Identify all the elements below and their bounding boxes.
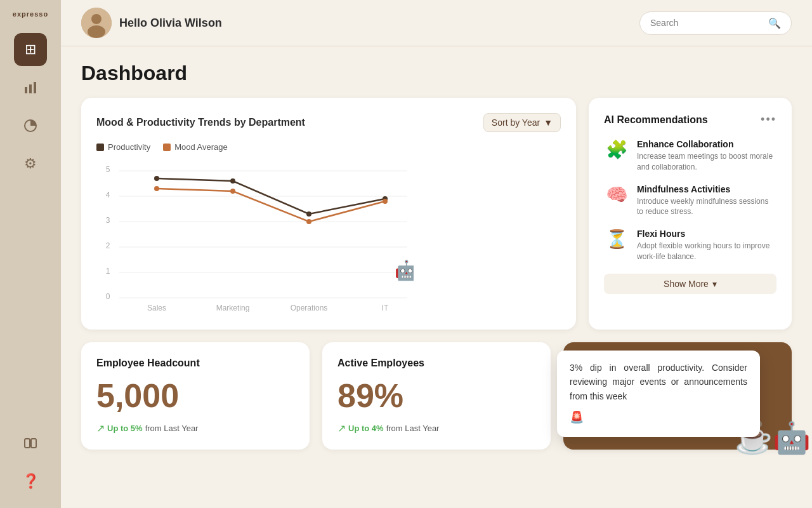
svg-text:IT: IT: [382, 304, 389, 312]
show-more-label: Show More: [664, 279, 709, 289]
svg-text:4: 4: [106, 190, 110, 199]
svg-text:0: 0: [106, 292, 110, 301]
chart-title: Mood & Productivity Trends by Department: [96, 117, 305, 128]
rec-desc-flexi: Adopt flexible working hours to improve …: [637, 241, 776, 262]
ai-card-title: AI Recommendations: [604, 114, 708, 126]
rec-title-flexi: Flexi Hours: [637, 229, 776, 239]
legend-dot-mood: [163, 144, 171, 151]
search-icon: 🔍: [768, 17, 781, 29]
rec-item-flexi: ⏳ Flexi Hours Adopt flexible working hou…: [604, 229, 776, 262]
sidebar-item-piechart[interactable]: [14, 109, 47, 142]
svg-text:5: 5: [106, 165, 110, 174]
svg-point-7: [91, 14, 102, 24]
svg-point-29: [154, 186, 159, 191]
svg-rect-0: [25, 87, 27, 93]
active-up-arrow-icon: ↗: [337, 422, 346, 434]
flexi-icon: ⏳: [604, 229, 629, 250]
svg-rect-1: [29, 84, 32, 93]
search-box[interactable]: 🔍: [639, 11, 792, 35]
svg-text:Operations: Operations: [291, 304, 328, 312]
rec-item-collaboration: 🧩 Enhance Collaboration Increase team me…: [604, 139, 776, 173]
svg-rect-4: [25, 439, 30, 448]
rec-desc-collaboration: Increase team meetings to boost morale a…: [637, 151, 776, 173]
svg-rect-2: [34, 82, 36, 93]
alarm-icon: 🚨: [570, 408, 747, 427]
legend-dot-productivity: [96, 144, 104, 151]
svg-point-25: [154, 176, 159, 181]
sort-label: Sort by Year: [492, 117, 540, 128]
header-greeting: Hello Olivia Wilson: [119, 17, 222, 30]
legend-item-productivity: Productivity: [96, 142, 150, 152]
main-content: Hello Olivia Wilson 🔍 Dashboard Mood & P…: [61, 0, 812, 508]
sidebar-item-barchart[interactable]: [14, 71, 47, 104]
headcount-change-suffix: from Last Year: [145, 424, 199, 433]
headcount-change: ↗ Up to 5% from Last Year: [96, 422, 294, 434]
svg-point-31: [306, 219, 311, 224]
svg-point-27: [306, 211, 311, 217]
more-options-button[interactable]: •••: [761, 113, 776, 126]
mindfulness-icon: 🧠: [604, 184, 629, 205]
chart-header: Mood & Productivity Trends by Department…: [96, 113, 561, 132]
search-input[interactable]: [650, 18, 763, 28]
svg-point-30: [230, 189, 235, 194]
headcount-up-arrow-icon: ↗: [96, 422, 105, 434]
headcount-change-highlight: Up to 5%: [107, 424, 143, 433]
rec-title-collaboration: Enhance Collaboration: [637, 139, 776, 149]
svg-text:Sales: Sales: [147, 304, 166, 312]
sidebar-item-help[interactable]: ❓: [14, 465, 47, 498]
svg-point-26: [230, 178, 235, 184]
show-more-chevron-icon: ▾: [712, 279, 717, 289]
tooltip-popup: 3% dip in overall productivity. Consider…: [557, 351, 760, 437]
header-user: Hello Olivia Wilson: [81, 8, 639, 38]
line-chart-svg: 5 4 3 2 1 0 Sales Marketing: [96, 159, 414, 312]
sidebar: expresso ⊞ ⚙ ❓: [0, 0, 61, 508]
org-rating-card: Organization Rating 3% dip in overall pr…: [563, 342, 792, 450]
chart-legend: Productivity Mood Average: [96, 142, 561, 152]
active-label: Active Employees: [337, 358, 535, 369]
avatar: [81, 8, 112, 38]
app-logo: expresso: [13, 10, 48, 18]
top-cards-row: Mood & Productivity Trends by Department…: [81, 98, 792, 330]
rec-item-mindfulness: 🧠 Mindfulness Activities Introduce weekl…: [604, 184, 776, 218]
svg-text:Marketing: Marketing: [216, 304, 250, 312]
legend-label-mood: Mood Average: [174, 142, 228, 152]
page-title: Dashboard: [81, 62, 792, 85]
header: Hello Olivia Wilson 🔍: [61, 0, 812, 46]
sidebar-item-cards[interactable]: [14, 427, 47, 460]
sort-chevron-icon: ▼: [544, 117, 553, 128]
active-change: ↗ Up to 4% from Last Year: [337, 422, 535, 434]
chart-card: Mood & Productivity Trends by Department…: [81, 98, 576, 330]
ai-card-header: AI Recommendations •••: [604, 113, 776, 126]
svg-text:2: 2: [106, 241, 110, 250]
bottom-row: Employee Headcount 5,000 ↗ Up to 5% from…: [81, 342, 792, 450]
content-area: Dashboard Mood & Productivity Trends by …: [61, 46, 812, 508]
svg-text:3: 3: [106, 216, 110, 225]
svg-point-8: [88, 25, 105, 38]
headcount-label: Employee Headcount: [96, 358, 294, 369]
legend-item-mood: Mood Average: [163, 142, 228, 152]
active-change-highlight: Up to 4%: [348, 424, 384, 433]
svg-rect-5: [31, 439, 36, 448]
headcount-card: Employee Headcount 5,000 ↗ Up to 5% from…: [81, 342, 310, 450]
svg-text:1: 1: [106, 267, 110, 276]
sidebar-item-dashboard[interactable]: ⊞: [14, 33, 47, 66]
rec-title-mindfulness: Mindfulness Activities: [637, 184, 776, 194]
show-more-button[interactable]: Show More ▾: [604, 274, 776, 294]
ai-recommendations-card: AI Recommendations ••• 🧩 Enhance Collabo…: [589, 98, 792, 330]
active-employees-card: Active Employees 89% ↗ Up to 4% from Las…: [322, 342, 551, 450]
rec-desc-mindfulness: Introduce weekly mindfulness sessions to…: [637, 196, 776, 218]
headcount-value: 5,000: [96, 377, 294, 415]
sidebar-item-settings[interactable]: ⚙: [14, 147, 47, 180]
collaboration-icon: 🧩: [604, 139, 629, 160]
active-value: 89%: [337, 377, 535, 415]
legend-label-productivity: Productivity: [108, 142, 150, 152]
chart-robot-icon: 🤖: [395, 259, 414, 282]
tooltip-text: 3% dip in overall productivity. Consider…: [570, 363, 747, 401]
active-change-suffix: from Last Year: [386, 424, 440, 433]
svg-point-32: [383, 199, 388, 204]
sort-button[interactable]: Sort by Year ▼: [483, 113, 561, 132]
